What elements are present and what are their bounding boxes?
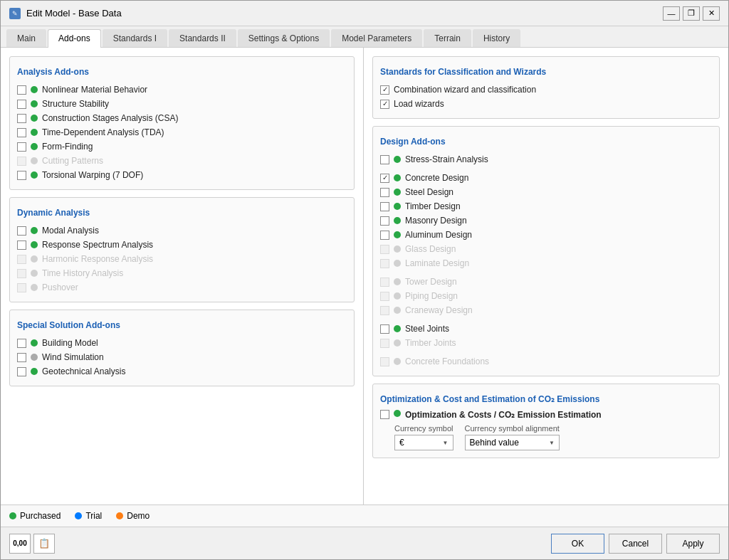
structure-stability-label: Structure Stability [42,99,109,109]
list-item: Masonry Design [380,213,712,228]
piping-design-label: Piping Design [405,291,458,301]
currency-alignment-arrow: ▼ [549,440,555,446]
csa-label: Construction Stages Analysis (CSA) [42,113,178,123]
currency-symbol-select[interactable]: € ▼ [394,435,453,450]
harmonic-checkbox[interactable] [17,255,26,264]
list-item: Harmonic Response Analysis [17,252,347,266]
response-spectrum-checkbox[interactable] [17,241,26,250]
cancel-button[interactable]: Cancel [609,534,662,554]
analysis-addons-section: Analysis Add-ons Nonlinear Material Beha… [9,56,355,190]
modal-checkbox[interactable] [17,226,26,236]
currency-alignment-select[interactable]: Behind value ▼ [465,435,560,450]
steel-design-label: Steel Design [405,187,453,197]
list-item: Torsional Warping (7 DOF) [17,168,347,182]
list-item: Construction Stages Analysis (CSA) [17,111,347,125]
notes-button[interactable]: 📋 [33,534,55,554]
list-item: Combination wizard and classification [380,83,712,97]
structure-stability-dot [31,100,38,107]
tda-label: Time-Dependent Analysis (TDA) [42,127,164,137]
concrete-foundations-checkbox[interactable] [380,357,389,366]
torsional-dot [31,171,38,179]
time-history-checkbox[interactable] [17,269,26,278]
list-item: Timber Design [380,199,712,213]
tab-history[interactable]: History [473,29,520,47]
nonlinear-checkbox[interactable] [17,85,26,95]
craneway-design-checkbox[interactable] [380,306,389,315]
list-item: Load wizards [380,97,712,111]
demo-dot [116,512,123,519]
tab-modelparams[interactable]: Model Parameters [331,29,422,47]
tower-design-checkbox[interactable] [380,278,389,287]
stress-strain-checkbox[interactable] [380,155,389,164]
structure-stability-checkbox[interactable] [17,100,26,109]
tab-standards2[interactable]: Standards II [169,29,236,47]
tab-standards1[interactable]: Standards I [103,29,167,47]
laminate-design-checkbox[interactable] [380,259,389,268]
analysis-addons-title: Analysis Add-ons [17,67,347,77]
optimization-title: Optimization & Cost and Estimation of CO… [380,394,712,404]
laminate-design-dot [394,260,401,267]
piping-design-checkbox[interactable] [380,292,389,301]
pushover-label: Pushover [42,282,78,292]
special-addons-section: Special Solution Add-ons Building Model … [9,310,355,386]
nonlinear-label: Nonlinear Material Behavior [42,85,147,95]
list-item: Glass Design [380,242,712,256]
ok-button[interactable]: OK [551,534,604,554]
currency-row: Currency symbol € ▼ Currency symbol alig… [394,424,712,450]
tda-checkbox[interactable] [17,128,26,137]
tab-addons[interactable]: Add-ons [48,29,101,48]
aluminum-design-dot [394,231,401,238]
timber-joints-checkbox[interactable] [380,339,389,348]
tab-terrain[interactable]: Terrain [424,29,471,47]
combination-wizard-checkbox[interactable] [380,85,389,95]
tab-main[interactable]: Main [6,29,46,47]
tab-settings[interactable]: Settings & Options [238,29,330,47]
wind-simulation-checkbox[interactable] [17,353,26,362]
torsional-label: Torsional Warping (7 DOF) [42,170,143,180]
currency-symbol-field: Currency symbol € ▼ [394,424,453,450]
currency-alignment-value: Behind value [470,438,519,448]
load-wizards-checkbox[interactable] [380,100,389,109]
pushover-checkbox[interactable] [17,283,26,292]
torsional-checkbox[interactable] [17,171,26,180]
timber-design-label: Timber Design [405,201,461,211]
coordinates-button[interactable]: 0,00 [9,534,31,554]
masonry-design-dot [394,217,401,224]
optimization-checkbox[interactable] [380,410,389,419]
main-window: ✎ Edit Model - Base Data — ❐ ✕ Main Add-… [0,0,729,560]
list-item: Stress-Strain Analysis [380,152,712,167]
building-model-checkbox[interactable] [17,339,26,348]
masonry-design-checkbox[interactable] [380,216,389,226]
tda-dot [31,129,38,136]
stress-strain-label: Stress-Strain Analysis [405,154,488,164]
timber-design-checkbox[interactable] [380,202,389,211]
list-item: Wind Simulation [17,350,347,364]
list-item: Aluminum Design [380,228,712,242]
stress-strain-dot [394,156,401,163]
optimization-dot [394,410,401,417]
concrete-design-dot [394,174,401,181]
steel-joints-checkbox[interactable] [380,324,389,334]
csa-dot [31,115,38,122]
minimize-button[interactable]: — [663,6,680,21]
form-finding-checkbox[interactable] [17,142,26,152]
design-addons-section: Design Add-ons Stress-Strain Analysis Co… [372,126,720,376]
combination-wizard-label: Combination wizard and classification [394,85,536,95]
apply-button[interactable]: Apply [666,534,720,554]
cutting-patterns-checkbox[interactable] [17,157,26,166]
geotechnical-checkbox[interactable] [17,367,26,376]
restore-button[interactable]: ❐ [683,6,700,21]
list-item: Response Spectrum Analysis [17,238,347,252]
steel-design-checkbox[interactable] [380,188,389,197]
response-spectrum-label: Response Spectrum Analysis [42,240,153,250]
csa-checkbox[interactable] [17,114,26,123]
concrete-design-checkbox[interactable] [380,174,389,183]
close-button[interactable]: ✕ [703,6,720,21]
aluminum-design-checkbox[interactable] [380,231,389,240]
window-title: Edit Model - Base Data [26,8,122,19]
standards-section: Standards for Classification and Wizards… [372,56,720,119]
glass-design-checkbox[interactable] [380,245,389,254]
list-item: Concrete Foundations [380,354,712,369]
craneway-design-label: Craneway Design [405,305,473,315]
list-item: Steel Joints [380,322,712,336]
